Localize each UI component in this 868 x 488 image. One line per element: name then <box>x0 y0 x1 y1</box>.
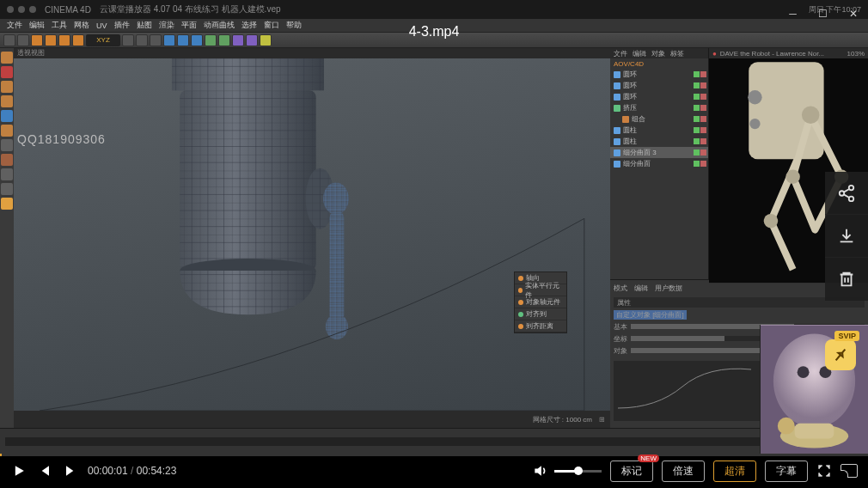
attr-tab[interactable]: 编辑 <box>634 284 648 294</box>
tool-redo-icon[interactable] <box>17 34 29 46</box>
tool-render-icon[interactable] <box>163 34 175 46</box>
mode-point-icon[interactable] <box>1 81 13 93</box>
tool-icon[interactable] <box>177 34 189 46</box>
attr-row-label: 对象 <box>614 346 627 356</box>
context-menu-item[interactable]: 到齐距离 <box>515 320 566 332</box>
mode-edge-icon[interactable] <box>1 95 13 107</box>
deformer-icon[interactable] <box>246 34 258 46</box>
hierarchy-item[interactable]: 圆柱 <box>610 125 708 136</box>
mode-object-icon[interactable] <box>1 66 13 78</box>
attr-obj-type: 自定义对象 [细分曲面] <box>614 310 687 320</box>
window-close-button[interactable]: ✕ <box>838 0 868 27</box>
watermark: QQ181909306 <box>17 132 106 146</box>
tool-move-icon[interactable] <box>45 34 57 46</box>
attr-tab[interactable]: 模式 <box>614 284 627 294</box>
tool-rotate-icon[interactable] <box>72 34 84 46</box>
menu-item[interactable]: 窗口 <box>264 20 279 31</box>
tool-undo-icon[interactable] <box>3 34 15 46</box>
tool-icon[interactable] <box>150 34 162 46</box>
mode-icon[interactable] <box>1 125 13 137</box>
volume-control[interactable] <box>532 462 602 479</box>
viewport-canvas[interactable] <box>14 58 610 411</box>
quality-button[interactable]: 超清 <box>713 461 756 482</box>
volume-slider[interactable] <box>554 470 602 473</box>
attr-tab[interactable]: 用户数据 <box>655 284 682 294</box>
svg-point-19 <box>785 170 799 184</box>
menu-item[interactable]: 工具 <box>52 20 67 31</box>
video-player-bar: 00:00:01 / 00:54:23 标记 NEW 倍速 超清 字幕 <box>0 454 868 488</box>
window-minimize-button[interactable]: ─ <box>778 0 808 27</box>
menu-item[interactable]: 插件 <box>114 20 130 31</box>
mode-icon[interactable] <box>1 183 13 195</box>
tool-scale-icon[interactable] <box>58 34 70 46</box>
play-button[interactable] <box>10 462 28 479</box>
mode-model-icon[interactable] <box>1 52 13 64</box>
mode-icon[interactable] <box>1 168 13 180</box>
context-menu-item[interactable]: 对齐到 <box>515 308 566 320</box>
tool-select-icon[interactable] <box>31 34 43 46</box>
grid-size-label: 网格尺寸 : 1000 cm <box>533 415 592 424</box>
hierarchy-item[interactable]: 组合 <box>610 113 708 125</box>
generator-icon[interactable] <box>260 34 272 46</box>
mode-poly-icon[interactable] <box>1 110 13 122</box>
context-menu[interactable]: 轴向 实体平行元件 对象轴元件 对齐到 到齐距离 <box>514 271 567 333</box>
menu-item[interactable]: 选择 <box>241 20 257 31</box>
hierarchy-item[interactable]: 圆柱 <box>610 136 708 147</box>
menu-item[interactable]: 贴图 <box>137 20 152 31</box>
hierarchy-item[interactable]: 圆环 <box>610 80 708 91</box>
hier-tab[interactable]: 对象 <box>651 49 665 58</box>
volume-icon[interactable] <box>532 462 549 479</box>
hierarchy-item[interactable]: 挤压 <box>610 102 708 113</box>
subtitle-button[interactable]: 字幕 <box>765 461 808 482</box>
primitive-cube-icon[interactable] <box>205 34 217 46</box>
hier-tab[interactable]: 编辑 <box>633 49 646 58</box>
mode-icon[interactable] <box>1 198 13 210</box>
view-nav-icon[interactable]: ⊞ <box>599 416 605 424</box>
mode-icon[interactable] <box>1 139 13 151</box>
mode-icon[interactable] <box>1 154 13 166</box>
new-badge: NEW <box>638 454 659 462</box>
menu-item[interactable]: 文件 <box>7 20 22 31</box>
object-hierarchy-panel[interactable]: 文件 编辑 对象 标签 AOV/C4D 圆环圆环圆环挤压组合圆柱圆柱细分曲面 3… <box>610 48 709 279</box>
menu-item[interactable]: 平面 <box>181 20 197 31</box>
share-button[interactable] <box>825 172 868 215</box>
tool-icon[interactable] <box>122 34 134 46</box>
context-menu-item[interactable]: 对象轴元件 <box>515 296 566 308</box>
svg-point-21 <box>849 185 854 190</box>
app-title-bar: CINEMA 4D 云课堂播放器 4.07 04 布线练习 机器人建模.vep … <box>0 0 868 19</box>
pin-button[interactable] <box>825 339 856 370</box>
hier-tab[interactable]: 文件 <box>614 49 627 58</box>
fullscreen-button[interactable] <box>816 463 832 479</box>
menu-item[interactable]: 渲染 <box>159 20 174 31</box>
download-button[interactable] <box>825 215 868 258</box>
tool-icon[interactable] <box>191 34 203 46</box>
menu-item[interactable]: 网格 <box>74 20 89 31</box>
tool-icon[interactable] <box>136 34 148 46</box>
axis-label[interactable]: XYZ <box>86 34 120 46</box>
hierarchy-item[interactable]: 圆环 <box>610 91 708 102</box>
viewport-tab[interactable]: 透视视图 <box>17 48 45 58</box>
progress-bar[interactable] <box>0 454 868 456</box>
menu-item[interactable]: 动画曲线 <box>204 20 235 31</box>
speed-button[interactable]: 倍速 <box>662 461 705 482</box>
c4d-timeline[interactable] <box>0 428 868 454</box>
context-menu-item[interactable]: 实体平行元件 <box>515 284 566 296</box>
cast-icon <box>840 464 858 478</box>
menu-item[interactable]: UV <box>96 21 107 30</box>
menu-item[interactable]: 帮助 <box>286 20 302 31</box>
window-maximize-button[interactable]: ☐ <box>808 0 838 27</box>
prev-button[interactable] <box>36 462 53 479</box>
hierarchy-item[interactable]: 圆环 <box>610 69 708 80</box>
mark-button[interactable]: 标记 NEW <box>610 461 653 482</box>
primitive-icon[interactable] <box>218 34 230 46</box>
hierarchy-item[interactable]: 细分曲面 <box>610 158 708 169</box>
next-button[interactable] <box>62 462 79 479</box>
current-time: 00:00:01 <box>88 465 128 477</box>
delete-button[interactable] <box>825 258 868 301</box>
hierarchy-item[interactable]: 细分曲面 3 <box>610 147 708 158</box>
viewport[interactable]: 透视视图 QQ181909306 <box>14 48 610 428</box>
deformer-icon[interactable] <box>232 34 244 46</box>
menu-item[interactable]: 编辑 <box>29 20 45 31</box>
cast-button[interactable] <box>840 464 858 478</box>
hier-tab[interactable]: 标签 <box>670 49 684 58</box>
